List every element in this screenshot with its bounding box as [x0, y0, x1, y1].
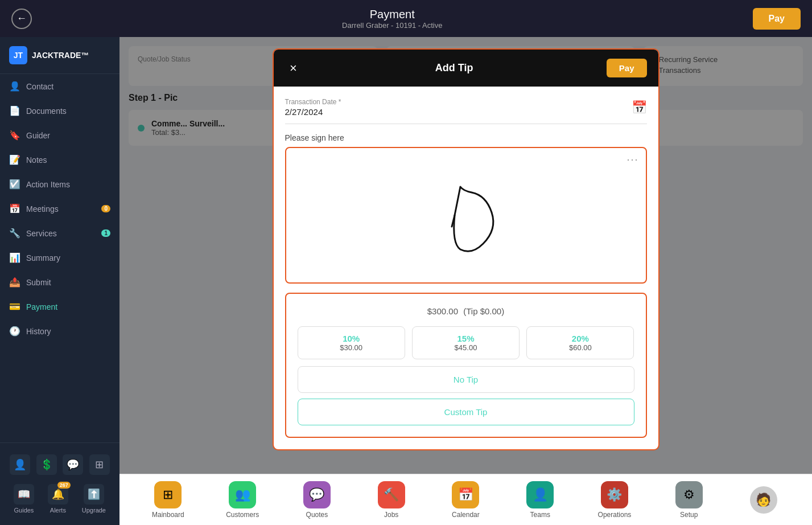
upgrade-button[interactable]: ⬆️ Upgrade — [82, 484, 106, 514]
meetings-icon: 📅 — [9, 203, 20, 214]
nav-item-jobs[interactable]: 🔨 Jobs — [372, 481, 411, 519]
sidebar-label-guider: Guider — [26, 131, 50, 140]
sidebar-label-history: History — [26, 327, 51, 336]
notes-icon: 📝 — [9, 154, 20, 165]
tip-amount-display: $300.00 (Tip $0.00) — [298, 305, 634, 317]
nav-label-teams: Teams — [530, 511, 550, 519]
person-bottom-icon: 👤 — [10, 454, 30, 475]
nav-label-jobs: Jobs — [384, 511, 398, 519]
page-subtitle: Darrell Graber - 10191 - Active — [342, 21, 442, 30]
tip-amt-10: $30.00 — [312, 343, 391, 352]
upgrade-label: Upgrade — [82, 507, 106, 514]
alerts-icon: 🔔 267 — [48, 484, 68, 505]
add-tip-modal: × Add Tip Pay Transaction Date * 2/27/20… — [273, 48, 660, 450]
tip-amt-15: $45.00 — [426, 343, 505, 352]
sidebar-bottom-chat[interactable]: 💬 — [63, 454, 83, 475]
tip-options-row: 10% $30.00 15% $45.00 20% $60.00 — [298, 326, 634, 359]
grid-bottom-icon: ⊞ — [89, 454, 110, 475]
bottom-nav: ⊞ Mainboard 👥 Customers 💬 Quotes 🔨 Jobs … — [119, 474, 812, 525]
setup-icon: ⚙ — [675, 481, 703, 508]
sidebar-bottom-dollar[interactable]: 💲 — [36, 454, 57, 475]
top-bar: ← Payment Darrell Graber - 10191 - Activ… — [0, 0, 812, 37]
sidebar-logo: JT JACKTRADE™ — [0, 37, 119, 74]
custom-tip-button[interactable]: Custom Tip — [298, 399, 634, 425]
sidebar-item-meetings[interactable]: 📅 Meetings 0 — [0, 196, 119, 221]
sign-label: Please sign here — [285, 133, 647, 142]
logo-icon: JT — [9, 46, 27, 64]
modal-overlay: × Add Tip Pay Transaction Date * 2/27/20… — [119, 37, 812, 474]
alerts-button[interactable]: 🔔 267 Alerts — [48, 484, 68, 514]
sidebar-item-notes[interactable]: 📝 Notes — [0, 147, 119, 172]
mainboard-icon: ⊞ — [154, 481, 182, 508]
sidebar-bottom-person[interactable]: 👤 — [10, 454, 30, 475]
nav-item-calendar[interactable]: 📅 Calendar — [446, 481, 485, 519]
alerts-badge: 267 — [57, 482, 71, 489]
signature-box[interactable]: ··· — [285, 147, 647, 284]
services-icon: 🔧 — [9, 228, 20, 239]
chat-bottom-icon: 💬 — [63, 454, 83, 475]
calendar-nav-icon: 📅 — [452, 481, 479, 508]
sidebar-item-submit[interactable]: 📤 Submit — [0, 270, 119, 294]
sidebar-bottom-actions: 📖 Guides 🔔 267 Alerts ⬆️ Upgrade — [0, 479, 119, 518]
sidebar-label-contact: Contact — [26, 82, 53, 91]
tip-pct-15: 15% — [426, 334, 505, 343]
sidebar-bottom: 👤 💲 💬 ⊞ 📖 Guides 🔔 — [0, 442, 119, 525]
nav-item-customers[interactable]: 👥 Customers — [222, 481, 262, 519]
jobs-icon: 🔨 — [378, 481, 405, 508]
top-pay-button[interactable]: Pay — [753, 8, 801, 30]
sidebar-item-action-items[interactable]: ☑️ Action Items — [0, 172, 119, 196]
teams-icon: 👤 — [526, 481, 554, 508]
calendar-icon[interactable]: 📅 — [632, 100, 647, 115]
modal-pay-button[interactable]: Pay — [607, 59, 647, 77]
nav-item-avatar[interactable]: 🧑 — [744, 486, 784, 514]
tip-option-20[interactable]: 20% $60.00 — [526, 326, 634, 359]
guides-button[interactable]: 📖 Guides — [14, 484, 34, 514]
sidebar-label-notes: Notes — [26, 155, 47, 165]
guider-icon: 🔖 — [9, 130, 20, 141]
sidebar-label-submit: Submit — [26, 278, 51, 287]
tip-option-10[interactable]: 10% $30.00 — [298, 326, 405, 359]
date-label: Transaction Date * — [285, 98, 341, 106]
sidebar-item-history[interactable]: 🕐 History — [0, 319, 119, 343]
sign-dots[interactable]: ··· — [626, 154, 638, 166]
sidebar-label-meetings: Meetings — [26, 204, 59, 214]
documents-icon: 📄 — [9, 105, 20, 116]
modal-title: Add Tip — [302, 62, 607, 74]
nav-label-setup: Setup — [680, 511, 698, 519]
date-info: Transaction Date * 2/27/2024 — [285, 98, 341, 117]
tip-pct-20: 20% — [541, 334, 620, 343]
nav-label-customers: Customers — [226, 511, 259, 519]
sidebar-item-payment[interactable]: 💳 Payment — [0, 294, 119, 319]
tip-option-15[interactable]: 15% $45.00 — [412, 326, 520, 359]
sidebar-item-summary[interactable]: 📊 Summary — [0, 245, 119, 270]
guides-label: Guides — [14, 507, 34, 514]
sidebar-bottom-grid[interactable]: ⊞ — [89, 454, 110, 475]
top-bar-center: Payment Darrell Graber - 10191 - Active — [342, 8, 442, 30]
dollar-bottom-icon: 💲 — [36, 454, 57, 475]
modal-close-button[interactable]: × — [285, 61, 302, 76]
history-icon: 🕐 — [9, 326, 20, 337]
sidebar-item-contact[interactable]: 👤 Contact — [0, 74, 119, 99]
sidebar: JT JACKTRADE™ 👤 Contact 📄 Documents 🔖 Gu… — [0, 37, 119, 525]
sidebar-item-guider[interactable]: 🔖 Guider — [0, 123, 119, 147]
user-avatar: 🧑 — [750, 486, 777, 514]
sidebar-item-services[interactable]: 🔧 Services 1 — [0, 221, 119, 245]
nav-item-setup[interactable]: ⚙ Setup — [669, 481, 709, 519]
modal-header: × Add Tip Pay — [274, 50, 658, 87]
nav-item-mainboard[interactable]: ⊞ Mainboard — [148, 481, 188, 519]
sidebar-label-services: Services — [26, 229, 57, 238]
upgrade-icon: ⬆️ — [84, 484, 104, 505]
nav-item-quotes[interactable]: 💬 Quotes — [297, 481, 337, 519]
sidebar-item-documents[interactable]: 📄 Documents — [0, 99, 119, 123]
sidebar-label-action-items: Action Items — [26, 180, 70, 189]
operations-icon: ⚙️ — [601, 481, 628, 508]
signature-drawing — [409, 170, 523, 261]
back-button[interactable]: ← — [11, 9, 32, 29]
customers-icon: 👥 — [229, 481, 256, 508]
quotes-icon: 💬 — [303, 481, 331, 508]
nav-item-operations[interactable]: ⚙️ Operations — [595, 481, 634, 519]
date-value: 2/27/2024 — [285, 107, 341, 117]
nav-label-operations: Operations — [598, 511, 632, 519]
no-tip-button[interactable]: No Tip — [298, 366, 634, 393]
nav-item-teams[interactable]: 👤 Teams — [520, 481, 560, 519]
